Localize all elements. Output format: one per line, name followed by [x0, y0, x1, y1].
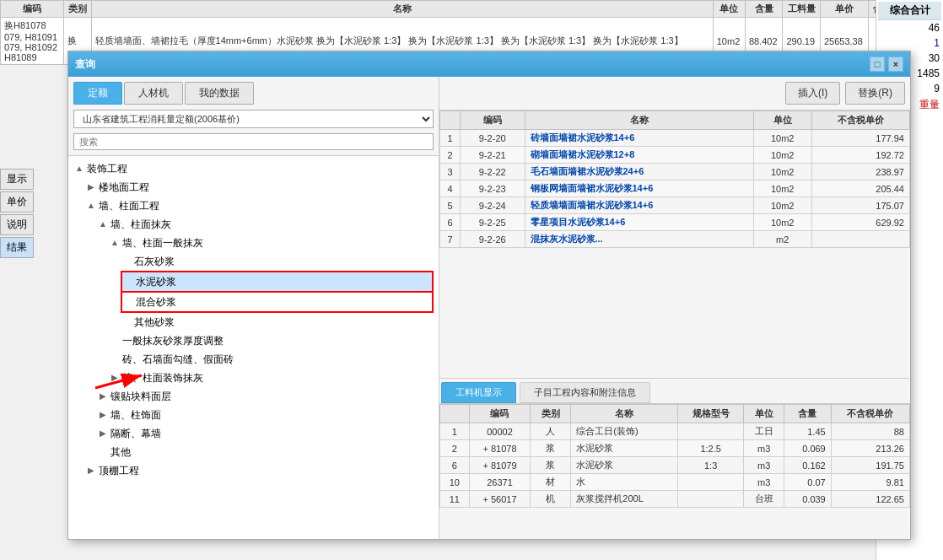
cell-name: 混抹灰水泥砂浆... — [525, 231, 753, 248]
tab-quota[interactable]: 定额 — [73, 82, 122, 105]
tree-node-cement: 水泥砂浆 — [121, 271, 434, 293]
table-row[interactable]: 1 9-2-20 砖墙面墙裙水泥砂浆14+6 10m2 177.94 — [440, 130, 910, 147]
tree-node-other-mortar: 其他砂浆 — [121, 313, 434, 331]
tree-label-ceiling[interactable]: ▶ 顶棚工程 — [85, 461, 434, 480]
close-button[interactable]: × — [888, 57, 903, 72]
detail-cell-type: 人 — [531, 423, 571, 440]
insert-button[interactable]: 插入(I) — [785, 82, 840, 105]
arrow-icon-cement — [122, 273, 134, 290]
tree-label-cement[interactable]: 水泥砂浆 — [121, 271, 434, 293]
node-text-grout: 砖、石墙面勾缝、假面砖 — [121, 351, 234, 368]
table-row[interactable]: 4 9-2-23 钢板网墙面墙裙水泥砂浆14+6 10m2 205.44 — [440, 180, 910, 197]
bg-col-type: 类别 — [64, 1, 91, 18]
tab-mydata[interactable]: 我的数据 — [185, 82, 254, 105]
detail-cell-unit: 工日 — [744, 423, 784, 440]
arrow-icon-floor: ▶ — [85, 179, 97, 196]
detail-cell-code: + 81078 — [469, 440, 531, 457]
tree-label-decoration[interactable]: ▲ 装饰工程 — [73, 159, 434, 178]
tree-label-floor[interactable]: ▶ 楼地面工程 — [85, 178, 434, 197]
tree-label-general[interactable]: ▲ 墙、柱面一般抹灰 — [109, 234, 434, 252]
detail-cell-spec — [678, 423, 744, 440]
titlebar-controls: □ × — [870, 57, 903, 72]
tree-label-wall[interactable]: ▲ 墙、柱面工程 — [85, 197, 434, 215]
detail-cell-type: 材 — [531, 474, 571, 491]
minimize-button[interactable]: □ — [870, 57, 885, 72]
tree-label-partition[interactable]: ▶ 隔断、幕墙 — [97, 424, 434, 443]
detail-cell-name: 综合工日(装饰) — [571, 423, 678, 440]
cell-num: 2 — [440, 147, 461, 164]
cell-price: 205.44 — [811, 180, 909, 197]
cell-code: 9-2-23 — [461, 180, 525, 197]
result-label: 结果 — [0, 237, 34, 258]
unit-button[interactable]: 单价 — [0, 191, 34, 213]
detail-row: 10 26371 材 水 m3 0.07 9.81 — [440, 474, 910, 491]
table-row[interactable]: 6 9-2-25 零星项目水泥砂浆14+6 10m2 629.92 — [440, 214, 910, 231]
tree-label-plaster[interactable]: ▲ 墙、柱面抹灰 — [97, 215, 434, 234]
detail-cell-spec: 1:2.5 — [678, 440, 744, 457]
tree-label-mixed[interactable]: 混合砂浆 — [121, 293, 434, 313]
detail-cell-qty: 0.069 — [784, 440, 832, 457]
quota-dropdown[interactable]: 山东省建筑工程消耗量定额(2006基价) — [73, 110, 434, 128]
detail-row: 1 00002 人 综合工日(装饰) 工日 1.45 88 — [440, 423, 910, 440]
detail-col-num — [440, 405, 470, 423]
detail-cell-price: 213.26 — [831, 440, 909, 457]
bg-row-code: 换H81078079, H81091079, H81092H81089 — [1, 18, 64, 65]
tree-children-decoration: ▶ 楼地面工程 ▲ 墙、柱面工程 — [73, 178, 434, 480]
tree-label-tile[interactable]: ▶ 镶贴块料面层 — [97, 387, 434, 406]
cell-name: 砌墙面墙裙水泥砂浆12+8 — [525, 147, 753, 164]
tab-materials-display[interactable]: 工料机显示 — [441, 382, 516, 403]
cell-code: 9-2-22 — [461, 164, 525, 180]
search-input[interactable] — [73, 133, 434, 150]
arrow-icon-wall: ▲ — [85, 197, 97, 214]
arrow-icon-other-mortar — [121, 314, 132, 331]
table-row[interactable]: 3 9-2-22 毛石墙面墙裙水泥砂浆24+6 10m2 238.97 — [440, 164, 910, 180]
cell-price: 192.72 — [811, 147, 909, 164]
col-code: 编码 — [461, 111, 525, 130]
tree-label-thickness[interactable]: 一般抹灰砂浆厚度调整 — [109, 331, 434, 350]
cell-name: 毛石墙面墙裙水泥砂浆24+6 — [525, 164, 753, 180]
arrow-icon: ▲ — [73, 160, 85, 177]
show-button[interactable]: 显示 — [0, 169, 34, 190]
col-price: 不含税单价 — [811, 111, 909, 130]
tree-node-floor: ▶ 楼地面工程 — [85, 178, 434, 197]
dropdown-row: 山东省建筑工程消耗量定额(2006基价) — [68, 105, 439, 133]
detail-cell-price: 122.65 — [831, 491, 909, 508]
bg-col-price: 单价 — [820, 1, 868, 18]
cell-unit: 10m2 — [753, 147, 811, 164]
detail-cell-qty: 0.039 — [784, 491, 832, 508]
replace-button[interactable]: 替换(R) — [845, 82, 905, 105]
bg-col-name: 名称 — [91, 1, 713, 18]
detail-cell-price: 191.75 — [831, 457, 909, 474]
detail-cell-unit: m3 — [744, 440, 784, 457]
tab-subitems[interactable]: 子目工程内容和附注信息 — [520, 382, 650, 403]
tree-label-deco-plaster[interactable]: ▶ 墙、柱面装饰抹灰 — [109, 369, 434, 387]
bg-col-qty: 含量 — [745, 1, 783, 18]
table-row[interactable]: 5 9-2-24 轻质墙墙面墙裙水泥砂浆14+6 10m2 175.07 — [440, 197, 910, 214]
tree-node-partition: ▶ 隔断、幕墙 — [97, 424, 434, 443]
table-row[interactable]: 2 9-2-21 砌墙面墙裙水泥砂浆12+8 10m2 192.72 — [440, 147, 910, 164]
col-name: 名称 — [525, 111, 753, 130]
detail-cell-code: + 56017 — [469, 491, 531, 508]
tree-label-other[interactable]: 其他 — [97, 443, 434, 461]
tree-label-other-mortar[interactable]: 其他砂浆 — [121, 313, 434, 331]
tree-node-lime: 石灰砂浆 — [121, 252, 434, 271]
cell-num: 5 — [440, 197, 461, 214]
cell-code: 9-2-20 — [461, 130, 525, 147]
table-row[interactable]: 7 9-2-26 混抹灰水泥砂浆... m2 — [440, 231, 910, 248]
cell-code: 9-2-25 — [461, 214, 525, 231]
tree-label-lime[interactable]: 石灰砂浆 — [121, 252, 434, 271]
detail-row: 6 + 81079 浆 水泥砂浆 1:3 m3 0.162 191.75 — [440, 457, 910, 474]
node-text-wall-face: 墙、柱饰面 — [109, 407, 161, 423]
cell-price: 175.07 — [811, 197, 909, 214]
tree-node-general: ▲ 墙、柱面一般抹灰 石灰砂浆 — [109, 234, 434, 331]
tree-node-decoration: ▲ 装饰工程 ▶ 楼地面工程 — [73, 159, 434, 480]
detail-cell-name: 水泥砂浆 — [571, 457, 678, 474]
explain-label: 说明 — [0, 214, 34, 235]
cell-price: 177.94 — [811, 130, 909, 147]
detail-cell-code: 26371 — [469, 474, 531, 491]
cell-unit: 10m2 — [753, 214, 811, 231]
tree-label-wall-face[interactable]: ▶ 墙、柱饰面 — [97, 406, 434, 424]
bottom-tabs: 工料机显示 子目工程内容和附注信息 — [439, 379, 910, 404]
tree-label-grout[interactable]: 砖、石墙面勾缝、假面砖 — [109, 350, 434, 369]
tab-materials[interactable]: 人材机 — [124, 82, 183, 105]
